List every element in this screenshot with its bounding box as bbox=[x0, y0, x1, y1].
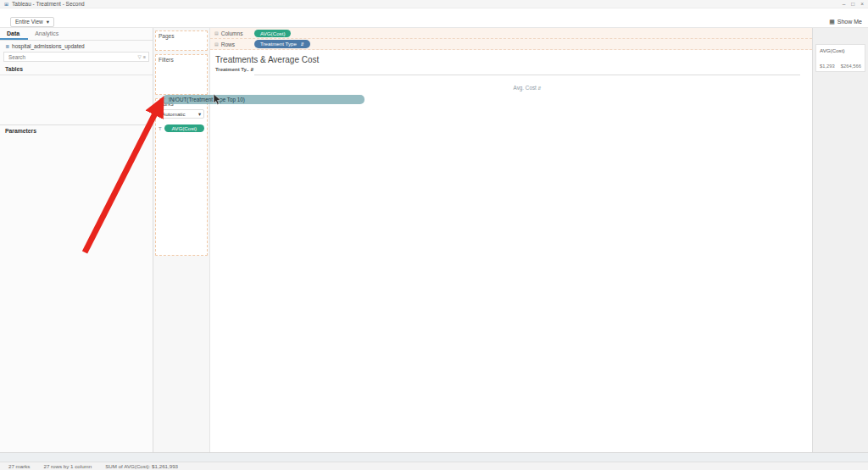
label-type-icon: T bbox=[159, 126, 162, 131]
label-pill-avg-cost[interactable]: AVG(Cost) bbox=[164, 124, 204, 132]
maximize-button[interactable]: □ bbox=[851, 1, 854, 7]
toolbar: Entire View ▾ ▦ Show Me bbox=[0, 16, 868, 28]
status-bar: 27 marks 27 rows by 1 column SUM of AVG(… bbox=[0, 462, 868, 470]
chevron-down-icon: ▾ bbox=[47, 19, 49, 25]
search-box[interactable]: ▽ ≡ bbox=[3, 52, 149, 62]
show-me-button[interactable]: ▦ Show Me bbox=[829, 19, 862, 25]
marks-card: Marks Automatic ▾ T AVG(Cost) bbox=[155, 98, 208, 256]
columns-pill-avg-cost[interactable]: AVG(Cost) bbox=[254, 30, 291, 37]
legend-max: $264,566 bbox=[841, 64, 861, 69]
columns-shelf[interactable]: ▤ Columns AVG(Cost) bbox=[210, 28, 812, 39]
rows-pill-treatment-type[interactable]: Treatment Type ⇵ bbox=[254, 40, 310, 48]
pages-shelf[interactable]: Pages bbox=[155, 30, 208, 51]
legend-gradient bbox=[820, 56, 861, 62]
color-legend[interactable]: AVG(Cost) $1,293 $264,566 bbox=[815, 44, 865, 72]
sort-descending-icon: ⇵ bbox=[299, 41, 304, 47]
data-pane: Data Analytics ≣ hospital_admissions_upd… bbox=[0, 28, 153, 452]
dragged-pill-in-out-treatment-type-top-10[interactable]: IN/OUT(Treatment Type Top 10) bbox=[163, 95, 364, 104]
tableau-window: ⊞ Tableau - Treatment - Second – □ × Ent… bbox=[0, 0, 868, 470]
columns-shelf-icon: ▤ bbox=[214, 30, 219, 36]
tableau-logo-icon: ⊞ bbox=[4, 1, 8, 7]
legend-min: $1,293 bbox=[820, 64, 835, 69]
rows-shelf-icon: ▤ bbox=[214, 41, 219, 47]
show-me-icon: ▦ bbox=[829, 19, 835, 25]
search-input[interactable] bbox=[7, 53, 136, 61]
legend-panel: AVG(Cost) $1,293 $264,566 bbox=[812, 28, 868, 452]
marks-label-shelf: T AVG(Cost) bbox=[159, 124, 204, 132]
worksheet-view: Treatments & Average Cost Treatment Ty..… bbox=[210, 50, 812, 452]
status-dimensions: 27 rows by 1 column bbox=[43, 463, 92, 469]
parameters-header: Parameters bbox=[0, 125, 153, 135]
tab-analytics[interactable]: Analytics bbox=[28, 28, 67, 40]
filters-shelf[interactable]: Filters bbox=[155, 54, 208, 95]
rows-shelf[interactable]: ▤ Rows Treatment Type ⇵ bbox=[210, 39, 812, 50]
dimension-measure-divider bbox=[0, 75, 153, 75]
x-axis[interactable] bbox=[254, 75, 800, 84]
minimize-button[interactable]: – bbox=[843, 1, 846, 7]
legend-title: AVG(Cost) bbox=[820, 47, 861, 53]
window-title: Tableau - Treatment - Second bbox=[12, 1, 85, 7]
fit-dropdown-value: Entire View bbox=[15, 19, 43, 25]
chart-column: ▤ Columns AVG(Cost) ▤ Rows Treatment Typ… bbox=[210, 28, 812, 452]
menu-bar bbox=[0, 8, 868, 16]
datasource-name: hospital_admissions_updated bbox=[12, 43, 85, 49]
sheet-title: Treatments & Average Cost bbox=[210, 50, 812, 67]
filter-icon[interactable]: ▽ bbox=[138, 54, 142, 59]
tab-data[interactable]: Data bbox=[0, 28, 28, 40]
datasource-row[interactable]: ≣ hospital_admissions_updated bbox=[0, 41, 153, 51]
mark-type-dropdown[interactable]: Automatic ▾ bbox=[159, 109, 204, 119]
x-axis-label[interactable]: Avg. Cost ⇵ bbox=[254, 84, 800, 91]
fit-dropdown[interactable]: Entire View ▾ bbox=[10, 17, 54, 27]
view-options-icon[interactable]: ≡ bbox=[143, 54, 146, 59]
close-button[interactable]: × bbox=[860, 1, 864, 7]
datasource-icon: ≣ bbox=[5, 43, 9, 49]
tables-header: Tables bbox=[0, 64, 153, 73]
title-bar: ⊞ Tableau - Treatment - Second – □ × bbox=[0, 0, 868, 8]
row-field-header[interactable]: Treatment Ty.. ⇵ bbox=[210, 67, 812, 75]
sheet-tab-strip bbox=[0, 452, 868, 462]
parameters-section: Parameters bbox=[0, 124, 153, 138]
chevron-down-icon: ▾ bbox=[198, 111, 201, 117]
status-marks: 27 marks bbox=[8, 463, 30, 469]
shelf-column: Pages Filters Marks Automatic ▾ T AVG(Co… bbox=[153, 28, 210, 452]
status-aggregate: SUM of AVG(Cost): $1,261,993 bbox=[105, 463, 178, 469]
